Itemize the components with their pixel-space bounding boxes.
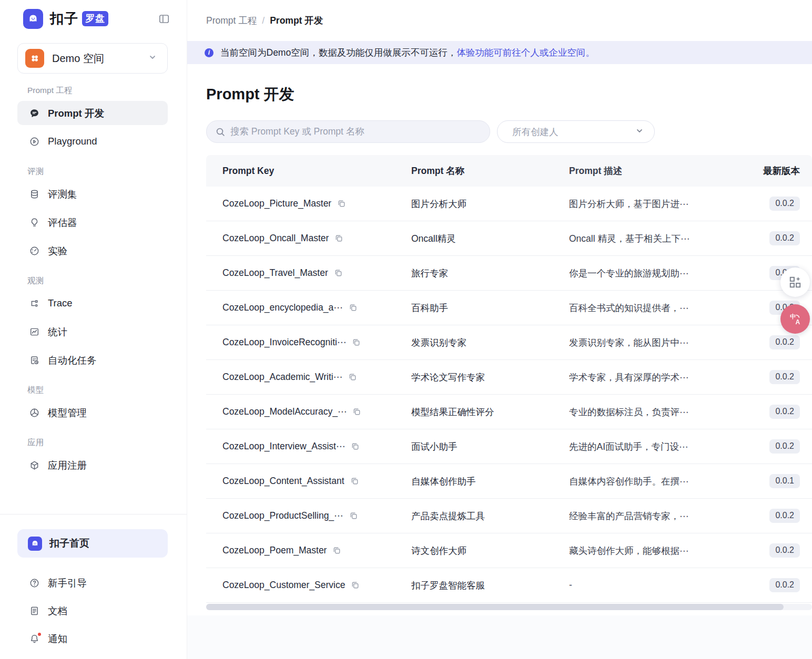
bell-icon xyxy=(29,633,40,644)
creator-filter-select[interactable]: 所有创建人 xyxy=(497,120,655,143)
sidebar-item-通知[interactable]: 通知 xyxy=(17,625,168,653)
column-header-prompt-desc: Prompt 描述 xyxy=(569,164,744,177)
copy-icon[interactable] xyxy=(334,234,343,243)
prompt-desc: 自媒体内容创作助手。在撰⋯ xyxy=(569,475,744,488)
sidebar-section-label: 应用 xyxy=(27,437,187,448)
sidebar-item-label: 统计 xyxy=(48,325,67,338)
table-row[interactable]: CozeLoop_Interview_Assist⋯ 面试小助手 先进的AI面试… xyxy=(206,429,812,464)
breadcrumb-separator: / xyxy=(262,15,265,26)
copy-icon[interactable] xyxy=(350,477,359,486)
table-row[interactable]: CozeLoop_ModelAccuracy_⋯ 模型结果正确性评分 专业的数据… xyxy=(206,395,812,429)
sidebar-item-模型管理[interactable]: 模型管理 xyxy=(17,400,168,425)
extension-float-button[interactable] xyxy=(780,267,810,297)
prompt-desc: 学术专家，具有深厚的学术⋯ xyxy=(569,371,744,384)
sidebar-item-prompt-开发[interactable]: Prompt 开发 xyxy=(17,101,168,125)
sidebar-item-评测集[interactable]: 评测集 xyxy=(17,182,168,206)
prompt-name: 学术论文写作专家 xyxy=(411,371,569,384)
table-row[interactable]: CozeLoop_Poem_Master 诗文创作大师 藏头诗创作大师，能够根据… xyxy=(206,533,812,568)
search-input[interactable] xyxy=(230,126,481,137)
prompt-name: 扣子罗盘智能客服 xyxy=(411,579,569,592)
collapse-sidebar-icon[interactable] xyxy=(158,13,171,25)
prompt-name: 旅行专家 xyxy=(411,267,569,280)
prompt-desc: 专业的数据标注员，负责评⋯ xyxy=(569,406,744,418)
prompt-desc: 你是一个专业的旅游规划助⋯ xyxy=(569,267,744,280)
breadcrumb-root[interactable]: Prompt 工程 xyxy=(206,14,257,27)
version-badge: 0.0.2 xyxy=(769,439,800,454)
workspace-clover-icon xyxy=(25,49,44,68)
scrollbar-thumb[interactable] xyxy=(206,604,784,610)
prompt-table: Prompt Key Prompt 名称 Prompt 描述 最新版本 Coze… xyxy=(206,155,812,603)
sidebar-item-label: 新手引导 xyxy=(48,576,87,590)
banner-text: 当前空间为Demo空间，数据及功能仅用做展示不可运行， xyxy=(220,46,456,59)
prompt-key: CozeLoop_Travel_Master xyxy=(222,267,328,279)
copy-icon[interactable] xyxy=(349,511,358,520)
table-row[interactable]: CozeLoop_ProductSelling_⋯ 产品卖点提炼工具 经验丰富的… xyxy=(206,499,812,533)
table-row[interactable]: CozeLoop_Travel_Master 旅行专家 你是一个专业的旅游规划助… xyxy=(206,256,812,291)
sidebar-item-统计[interactable]: 统计 xyxy=(17,320,168,344)
sidebar-item-coze-home[interactable]: 扣子首页 xyxy=(17,529,168,558)
demo-space-banner: i 当前空间为Demo空间，数据及功能仅用做展示不可运行， 体验功能可前往个人或… xyxy=(187,41,812,64)
copy-icon[interactable] xyxy=(352,338,361,347)
prompt-desc: 经验丰富的产品营销专家，⋯ xyxy=(569,510,744,522)
copy-icon[interactable] xyxy=(337,199,346,208)
prompt-key: CozeLoop_Content_Assistant xyxy=(222,476,344,487)
chart-icon xyxy=(29,326,40,337)
sidebar-item-label: 实验 xyxy=(48,244,67,258)
copy-icon[interactable] xyxy=(351,442,360,451)
prompt-name: 百科助手 xyxy=(411,302,569,314)
sidebar-item-label: Playground xyxy=(48,136,97,147)
version-badge: 0.0.2 xyxy=(769,197,800,211)
play-circle-icon xyxy=(29,136,40,147)
sidebar-item-应用注册[interactable]: 应用注册 xyxy=(17,453,168,477)
prompt-desc: 发票识别专家，能从图片中⋯ xyxy=(569,336,744,349)
sidebar-item-新手引导[interactable]: 新手引导 xyxy=(17,569,168,597)
sidebar-item-自动化任务[interactable]: 自动化任务 xyxy=(17,348,168,372)
prompt-name: 模型结果正确性评分 xyxy=(411,406,569,418)
sidebar-item-label: Trace xyxy=(48,297,73,309)
trace-tree-icon xyxy=(29,298,40,309)
copy-icon[interactable] xyxy=(332,546,341,555)
translate-float-button[interactable]: 中A xyxy=(780,304,810,334)
table-row[interactable]: CozeLoop_Picture_Master 图片分析大师 图片分析大师，基于… xyxy=(206,187,812,221)
info-icon: i xyxy=(205,48,214,57)
copy-icon[interactable] xyxy=(351,581,360,590)
copy-icon[interactable] xyxy=(334,269,343,277)
prompt-name: 自媒体创作助手 xyxy=(411,475,569,488)
sidebar-item-trace[interactable]: Trace xyxy=(17,291,168,315)
table-row[interactable]: CozeLoop_encyclopedia_a⋯ 百科助手 百科全书式的知识提供… xyxy=(206,291,812,325)
table-row[interactable]: CozeLoop_Customer_Service 扣子罗盘智能客服 - 0.0… xyxy=(206,568,812,603)
column-header-prompt-key: Prompt Key xyxy=(206,166,411,177)
sidebar: 扣子 罗盘 Demo 空间 Prompt 工程Prompt 开发Playgrou… xyxy=(0,0,187,659)
sidebar-section-label: 观测 xyxy=(27,275,187,286)
prompt-name: 图片分析大师 xyxy=(411,198,569,210)
search-input-wrap xyxy=(206,120,490,143)
copy-icon[interactable] xyxy=(352,407,361,416)
sidebar-item-文档[interactable]: 文档 xyxy=(17,597,168,625)
prompt-key: CozeLoop_Customer_Service xyxy=(222,580,345,591)
sidebar-item-label: 自动化任务 xyxy=(48,354,97,367)
copy-icon[interactable] xyxy=(348,373,357,382)
sidebar-item-实验[interactable]: 实验 xyxy=(17,239,168,263)
table-row[interactable]: CozeLoop_Content_Assistant 自媒体创作助手 自媒体内容… xyxy=(206,464,812,499)
copy-icon[interactable] xyxy=(349,303,358,312)
prompt-key: CozeLoop_InvoiceRecogniti⋯ xyxy=(222,337,346,348)
table-row[interactable]: CozeLoop_Oncall_Master Oncall精灵 Oncall 精… xyxy=(206,221,812,256)
prompt-desc: 图片分析大师，基于图片进⋯ xyxy=(569,198,744,210)
sidebar-item-playground[interactable]: Playground xyxy=(17,129,168,153)
workspace-selector[interactable]: Demo 空间 xyxy=(17,43,168,74)
version-badge: 0.0.1 xyxy=(769,474,800,488)
horizontal-scrollbar[interactable] xyxy=(206,604,812,610)
brand: 扣子 罗盘 xyxy=(0,0,187,29)
creator-filter-value: 所有创建人 xyxy=(512,126,559,138)
table-row[interactable]: CozeLoop_InvoiceRecogniti⋯ 发票识别专家 发票识别专家… xyxy=(206,325,812,360)
sidebar-item-label: Prompt 开发 xyxy=(48,107,104,120)
banner-link[interactable]: 体验功能可前往个人或企业空间。 xyxy=(456,46,595,59)
table-row[interactable]: CozeLoop_Academic_Writi⋯ 学术论文写作专家 学术专家，具… xyxy=(206,360,812,395)
table-header: Prompt Key Prompt 名称 Prompt 描述 最新版本 xyxy=(206,155,812,187)
sidebar-item-评估器[interactable]: 评估器 xyxy=(17,210,168,234)
chat-bubble-icon xyxy=(29,108,40,119)
search-icon xyxy=(215,127,226,137)
prompt-key: CozeLoop_ModelAccuracy_⋯ xyxy=(222,406,347,417)
gauge-icon xyxy=(29,245,40,256)
prompt-desc: 藏头诗创作大师，能够根据⋯ xyxy=(569,544,744,557)
